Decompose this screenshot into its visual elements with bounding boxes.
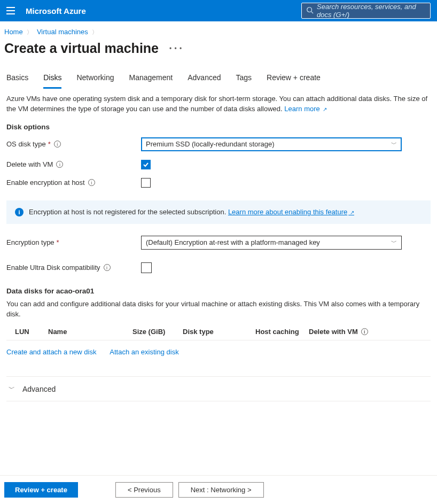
os-disk-type-label: OS disk type * i (6, 140, 141, 148)
tab-networking[interactable]: Networking (76, 71, 114, 89)
encryption-learn-more-link[interactable]: Learn more about enabling this feature ↗ (228, 208, 354, 216)
breadcrumb: Home 〉 Virtual machines 〉 (0, 21, 437, 40)
page-title: Create a virtual machine (4, 41, 159, 56)
enable-encryption-checkbox[interactable] (141, 178, 151, 188)
chevron-down-icon: ﹀ (391, 238, 397, 246)
col-size: Size (GiB) (132, 328, 183, 336)
info-circle-icon: i (15, 208, 24, 216)
previous-button[interactable]: < Previous (115, 482, 173, 498)
col-name: Name (48, 328, 132, 336)
svg-line-4 (311, 11, 314, 13)
chevron-right-icon: 〉 (92, 29, 98, 35)
ultra-disk-label: Enable Ultra Disk compatibility i (6, 263, 141, 272)
info-icon[interactable]: i (88, 179, 95, 186)
svg-rect-2 (6, 13, 15, 14)
tab-basics[interactable]: Basics (6, 71, 28, 89)
advanced-expander-label: Advanced (22, 385, 56, 393)
os-disk-type-row: OS disk type * i Premium SSD (locally-re… (6, 137, 431, 151)
create-attach-disk-link[interactable]: Create and attach a new disk (6, 348, 96, 356)
info-icon[interactable]: i (361, 328, 368, 335)
info-icon[interactable]: i (56, 161, 63, 168)
hamburger-menu-icon[interactable] (4, 4, 17, 17)
encryption-type-select[interactable]: (Default) Encryption at-rest with a plat… (141, 236, 402, 250)
data-disks-links: Create and attach a new disk Attach an e… (6, 340, 431, 372)
page-title-row: Create a virtual machine • • • (0, 40, 437, 66)
intro-body: Azure VMs have one operating system disk… (6, 95, 427, 113)
os-disk-type-select[interactable]: Premium SSD (locally-redundant storage) … (141, 137, 402, 151)
external-link-icon: ↗ (321, 106, 327, 112)
breadcrumb-virtual-machines[interactable]: Virtual machines (37, 28, 88, 36)
intro-text: Azure VMs have one operating system disk… (6, 94, 431, 114)
encryption-type-value: (Default) Encryption at-rest with a plat… (146, 238, 320, 246)
top-bar: Microsoft Azure Search resources, servic… (0, 0, 437, 21)
delete-with-vm-label: Delete with VM i (6, 160, 141, 168)
azure-brand[interactable]: Microsoft Azure (26, 6, 86, 15)
info-icon[interactable]: i (54, 141, 61, 148)
data-disks-table-header: LUN Name Size (GiB) Disk type Host cachi… (6, 324, 431, 340)
global-search-input[interactable]: Search resources, services, and docs (G+… (301, 3, 431, 19)
tab-management[interactable]: Management (129, 71, 173, 89)
encryption-info-text: Encryption at host is not registered for… (29, 208, 354, 216)
ultra-disk-row: Enable Ultra Disk compatibility i (6, 262, 431, 273)
review-create-button[interactable]: Review + create (4, 482, 78, 498)
col-cache: Host caching (255, 328, 309, 336)
chevron-down-icon: ﹀ (391, 140, 397, 148)
tab-disks[interactable]: Disks (43, 71, 61, 89)
content-area: Azure VMs have one operating system disk… (0, 89, 437, 475)
ultra-disk-checkbox[interactable] (141, 262, 152, 273)
encryption-type-row: Encryption type * (Default) Encryption a… (6, 236, 431, 250)
tab-review[interactable]: Review + create (267, 71, 321, 89)
wizard-tabs: Basics Disks Networking Management Advan… (0, 66, 437, 89)
os-disk-type-value: Premium SSD (locally-redundant storage) (146, 140, 275, 148)
external-link-icon: ↗ (348, 210, 354, 215)
advanced-expander[interactable]: ﹀ Advanced (6, 376, 431, 401)
svg-rect-0 (6, 7, 15, 8)
data-disks-desc: You can add and configure additional dat… (6, 299, 431, 320)
delete-with-vm-row: Delete with VM i (6, 160, 431, 169)
next-button[interactable]: Next : Networking > (178, 482, 264, 498)
chevron-down-icon: ﹀ (9, 384, 15, 393)
breadcrumb-home[interactable]: Home (4, 28, 23, 36)
enable-encryption-row: Enable encryption at host i (6, 178, 431, 188)
attach-existing-disk-link[interactable]: Attach an existing disk (110, 348, 178, 356)
required-indicator: * (57, 238, 59, 246)
svg-rect-1 (6, 10, 15, 11)
search-icon (306, 6, 314, 15)
encryption-type-label: Encryption type * (6, 238, 141, 246)
tab-tags[interactable]: Tags (236, 71, 252, 89)
required-indicator: * (48, 140, 51, 148)
disk-options-heading: Disk options (6, 123, 431, 131)
intro-learn-more-link[interactable]: Learn more ↗ (284, 105, 326, 113)
info-icon[interactable]: i (104, 264, 111, 271)
wizard-footer: Review + create < Previous Next : Networ… (0, 475, 437, 504)
col-delete: Delete with VM i (309, 328, 368, 336)
col-lun: LUN (15, 328, 48, 336)
enable-encryption-label: Enable encryption at host i (6, 179, 141, 187)
delete-with-vm-checkbox[interactable] (141, 160, 151, 169)
tab-advanced[interactable]: Advanced (188, 71, 221, 89)
col-type: Disk type (183, 328, 255, 336)
chevron-right-icon: 〉 (27, 29, 33, 35)
search-placeholder: Search resources, services, and docs (G+… (317, 3, 426, 19)
more-actions-button[interactable]: • • • (169, 45, 182, 52)
encryption-info-banner: i Encryption at host is not registered f… (6, 200, 431, 224)
data-disks-heading: Data disks for acao-ora01 (6, 287, 431, 295)
svg-point-3 (307, 7, 312, 12)
